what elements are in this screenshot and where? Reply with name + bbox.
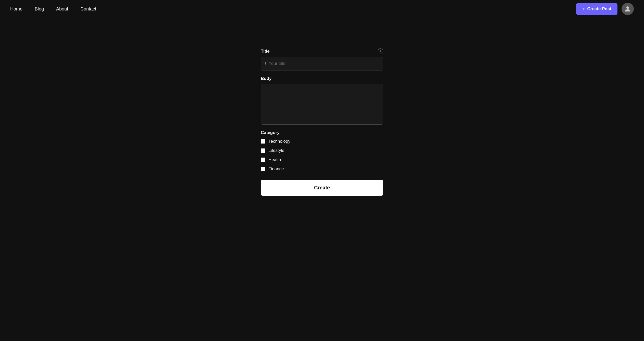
create-button[interactable]: Create <box>261 180 383 196</box>
navbar: Home Blog About Contact + Create Post <box>0 0 644 18</box>
finance-label: Finance <box>268 166 284 172</box>
user-avatar-button[interactable] <box>622 3 634 15</box>
svg-point-0 <box>626 6 629 9</box>
title-input[interactable] <box>269 57 379 70</box>
checkbox-health[interactable] <box>261 157 265 162</box>
nav-links: Home Blog About Contact <box>10 6 96 12</box>
category-label: Category <box>261 130 383 135</box>
category-health[interactable]: Health <box>261 157 383 162</box>
technology-label: Technology <box>268 139 290 144</box>
create-post-label: Create Post <box>587 6 611 11</box>
title-input-wrapper: I <box>261 57 383 70</box>
title-info-icon[interactable]: i <box>378 48 383 54</box>
create-post-button[interactable]: + Create Post <box>576 3 617 15</box>
checkbox-lifestyle[interactable] <box>261 148 265 153</box>
create-post-form: Title i I Body Category Technology Lifes… <box>261 48 383 196</box>
title-label-row: Title i <box>261 48 383 54</box>
lifestyle-label: Lifestyle <box>268 148 284 153</box>
plus-icon: + <box>582 6 585 12</box>
nav-right: + Create Post <box>576 3 634 15</box>
category-technology[interactable]: Technology <box>261 139 383 144</box>
health-label: Health <box>268 157 281 162</box>
category-checkbox-list: Technology Lifestyle Health Finance <box>261 139 383 172</box>
checkbox-technology[interactable] <box>261 139 265 144</box>
title-label: Title <box>261 49 270 54</box>
user-icon <box>624 5 631 13</box>
category-finance[interactable]: Finance <box>261 166 383 172</box>
main-content: Title i I Body Category Technology Lifes… <box>0 18 644 216</box>
body-textarea[interactable] <box>261 84 383 125</box>
nav-contact[interactable]: Contact <box>80 6 96 12</box>
checkbox-finance[interactable] <box>261 167 265 171</box>
nav-blog[interactable]: Blog <box>35 6 44 12</box>
nav-about[interactable]: About <box>56 6 68 12</box>
body-label: Body <box>261 76 383 81</box>
nav-home[interactable]: Home <box>10 6 22 12</box>
italic-icon: I <box>265 61 266 66</box>
category-lifestyle[interactable]: Lifestyle <box>261 148 383 153</box>
